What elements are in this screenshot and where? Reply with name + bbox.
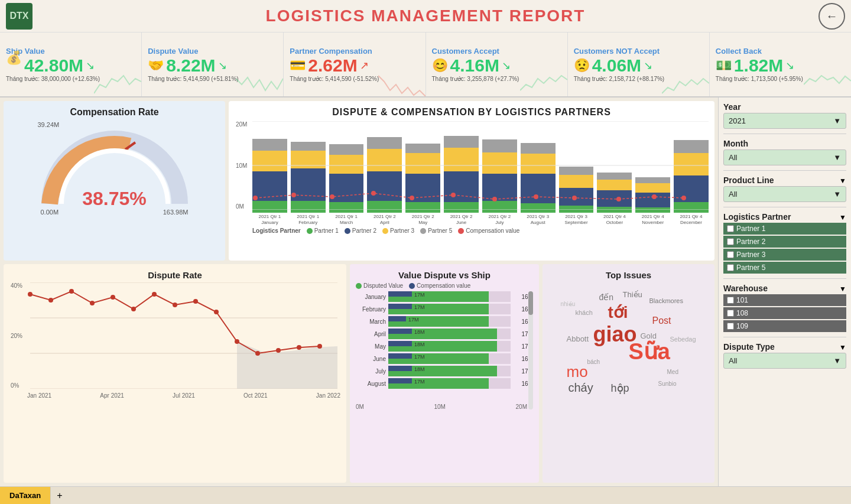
checkbox-partner1[interactable]: Partner 1 bbox=[723, 223, 846, 235]
scroll-thumb[interactable] bbox=[528, 291, 533, 315]
kpi-cust-accept-icon: 😊 bbox=[432, 58, 448, 73]
word-gold: Gold bbox=[641, 331, 657, 340]
word-chay: cháy bbox=[569, 381, 593, 394]
bar-group-feb bbox=[291, 142, 326, 213]
checkbox-p5-input[interactable] bbox=[727, 264, 734, 271]
checkbox-wh108-input[interactable] bbox=[727, 310, 734, 317]
x-label-oct: 2021 Qtr 4October bbox=[597, 214, 632, 225]
bottom-charts-row: Dispute Rate 40% 20% 0% bbox=[4, 264, 714, 483]
hbar-blue bbox=[388, 304, 412, 309]
hbar-row-april: April 18M 17M bbox=[356, 329, 533, 339]
kpi-collect-num: 1.82M bbox=[734, 57, 783, 74]
bar-chart-title: DISPUTE & COMPENSATION BY LOGISTICS PART… bbox=[235, 107, 709, 118]
dispute-type-filter: Dispute Type ▼ All ▼ bbox=[723, 342, 846, 369]
dispute-type-select[interactable]: All ▼ bbox=[723, 353, 846, 369]
divider-5 bbox=[723, 337, 846, 337]
checkbox-partner5[interactable]: Partner 5 bbox=[723, 262, 846, 274]
tab-add-button[interactable]: + bbox=[51, 488, 68, 503]
hbar-track: 17M bbox=[388, 291, 511, 302]
word-sebedag: Sebedag bbox=[670, 336, 696, 343]
checkbox-wh101[interactable]: 101 bbox=[723, 294, 846, 306]
x-apr21: Apr 2021 bbox=[100, 392, 124, 399]
header: DTX LOGISTICS MANAGEMENT REPORT ← bbox=[0, 0, 851, 32]
x-label-apr: 2021 Qtr 2April bbox=[367, 214, 402, 225]
svg-point-28 bbox=[193, 299, 198, 304]
dispute-type-chevron: ▼ bbox=[839, 343, 846, 352]
kpi-cust-not-accept: Customers NOT Accept 😟 4.06M ↘ Tháng trư… bbox=[568, 32, 710, 96]
x-label-aug: 2021 Qtr 3August bbox=[521, 214, 556, 225]
word-mo: mo bbox=[567, 363, 588, 381]
warehouse-label: Warehouse bbox=[723, 284, 768, 293]
month-select[interactable]: All ▼ bbox=[723, 149, 846, 165]
month-chevron: ▼ bbox=[833, 153, 841, 162]
scroll-track[interactable] bbox=[528, 291, 533, 409]
checkbox-partner2[interactable]: Partner 2 bbox=[723, 236, 846, 248]
product-line-label: Product Line bbox=[723, 175, 774, 185]
gauge-container: 38.75% 39.24M 0.00M 163.98M bbox=[38, 121, 191, 216]
kpi-dispute-value: Dispute Value 🤝 8.22M ↘ Tháng trước: 5,4… bbox=[142, 32, 284, 96]
checkbox-p1-input[interactable] bbox=[727, 225, 734, 232]
checkbox-p2-input[interactable] bbox=[727, 238, 734, 245]
kpi-cust-accept-arrow: ↘ bbox=[502, 59, 511, 72]
left-panel: Compensation Rate 38.75% 39.24M 0.0 bbox=[0, 97, 718, 486]
svg-point-34 bbox=[317, 344, 322, 349]
svg-point-21 bbox=[48, 298, 53, 303]
kpi-partner-title: Partner Compensation bbox=[290, 47, 419, 56]
bar-group-jan bbox=[252, 139, 287, 213]
logistics-partner-filter: Logistics Partner ▼ Partner 1 Partner 2 … bbox=[723, 212, 846, 274]
checkbox-wh101-input[interactable] bbox=[727, 297, 734, 304]
bar-jan-p1 bbox=[252, 201, 287, 213]
checkbox-wh108[interactable]: 108 bbox=[723, 307, 846, 319]
x-label-nov: 2021 Qtr 4November bbox=[635, 214, 670, 225]
svg-point-32 bbox=[276, 348, 281, 353]
gauge-max: 163.98M bbox=[163, 209, 189, 216]
year-select[interactable]: 2021 ▼ bbox=[723, 113, 846, 129]
tab-bar: DaTaxan + bbox=[0, 486, 851, 504]
kpi-cust-not-accept-title: Customers NOT Accept bbox=[574, 47, 703, 56]
y-40: 40% bbox=[11, 282, 22, 289]
value-dispute-title: Value Dispute vs Ship bbox=[356, 270, 533, 280]
back-button[interactable]: ← bbox=[818, 3, 845, 30]
hbar-row-july: July 18M 17M bbox=[356, 366, 533, 376]
month-label: Month bbox=[723, 139, 846, 148]
checkbox-wh109-input[interactable] bbox=[727, 323, 734, 330]
logistics-chevron: ▼ bbox=[839, 213, 846, 222]
checkbox-partner3[interactable]: Partner 3 bbox=[723, 249, 846, 261]
warehouse-checkbox-list: 101 108 109 bbox=[723, 294, 846, 332]
legend-p3: Partner 3 bbox=[382, 227, 414, 234]
word-cloud: tới giao mo Sữa hộp cháy đến Thiếu Black… bbox=[548, 282, 709, 412]
hbar-track: 17M bbox=[388, 353, 511, 364]
kpi-row: Ship Value 💰 42.80M ↘ Tháng trước: 38,00… bbox=[0, 32, 851, 97]
bar-jan-p2 bbox=[252, 171, 287, 201]
tab-dataxan[interactable]: DaTaxan bbox=[0, 487, 51, 504]
svg-point-27 bbox=[173, 303, 177, 307]
gauge-title: Compensation Rate bbox=[70, 107, 158, 118]
bar-jan-p5 bbox=[252, 139, 287, 151]
kpi-ship-icon: 💰 bbox=[6, 50, 22, 66]
hbar-track: 18M bbox=[388, 366, 511, 376]
bar-group-jun bbox=[444, 136, 479, 213]
svg-point-20 bbox=[28, 292, 33, 297]
divider-3 bbox=[723, 207, 846, 207]
checkbox-wh109[interactable]: 109 bbox=[723, 320, 846, 332]
page-title: LOGISTICS MANAGEMENT REPORT bbox=[33, 6, 818, 25]
x-label-feb: 2021 Qtr 1February bbox=[291, 214, 326, 225]
legend-p1: Partner 1 bbox=[307, 227, 339, 234]
svg-point-26 bbox=[152, 292, 157, 297]
product-line-select[interactable]: All ▼ bbox=[723, 186, 846, 202]
hbar-track: 18M bbox=[388, 341, 511, 352]
word-sunbio: Sunbio bbox=[658, 381, 677, 387]
year-chevron: ▼ bbox=[833, 116, 841, 125]
word-thieu: Thiếu bbox=[623, 290, 642, 299]
word-hop: hộp bbox=[611, 382, 629, 394]
dispute-rate-card: Dispute Rate 40% 20% 0% bbox=[4, 264, 346, 483]
checkbox-p3-input[interactable] bbox=[727, 251, 734, 258]
hbar-label: August bbox=[356, 381, 388, 387]
top-issues-card: Top Issues tới giao mo Sữa hộp cháy đến … bbox=[543, 264, 714, 483]
product-line-filter: Product Line ▼ All ▼ bbox=[723, 175, 846, 202]
value-dispute-legend: Disputed Value Compensation value bbox=[356, 282, 533, 289]
x-label-jul: 2021 Qtr 2July bbox=[482, 214, 517, 225]
filter-panel: Year 2021 ▼ Month All ▼ Product Line ▼ A… bbox=[718, 97, 851, 486]
kpi-dispute-arrow: ↘ bbox=[218, 59, 227, 72]
hbar-blue bbox=[388, 341, 412, 346]
